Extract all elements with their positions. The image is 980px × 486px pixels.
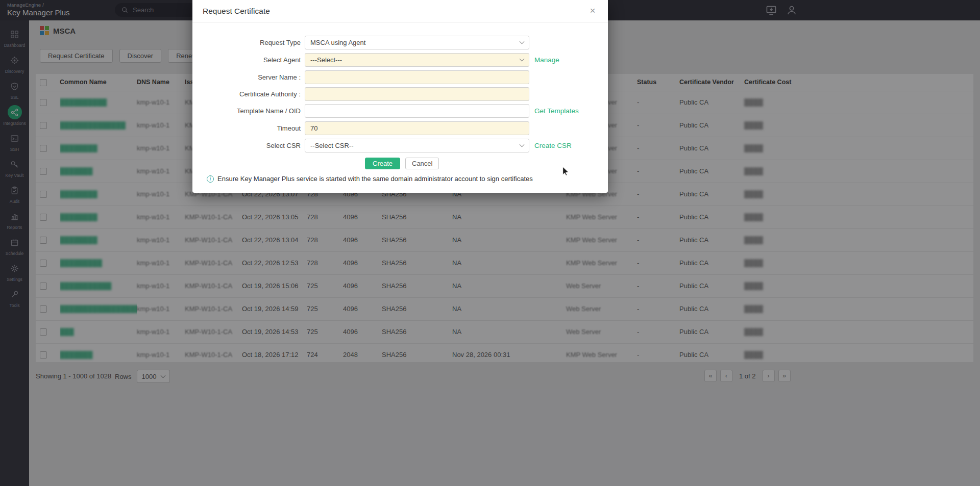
timeout-label: Timeout xyxy=(192,121,301,135)
select-agent-label: Select Agent xyxy=(192,53,301,67)
request-type-row: Request Type MSCA using Agent xyxy=(192,36,608,49)
close-icon[interactable]: × xyxy=(586,5,599,17)
modal-title: Request Certificate xyxy=(203,0,270,22)
request-type-select[interactable]: MSCA using Agent xyxy=(305,36,529,49)
mouse-cursor-icon xyxy=(561,166,570,176)
modal-buttons: Create Cancel xyxy=(192,158,608,169)
note-text: Ensure Key Manager Plus service is start… xyxy=(217,175,533,183)
select-agent-select[interactable]: ---Select--- xyxy=(305,53,529,67)
select-csr-label: Select CSR xyxy=(192,139,301,152)
modal-note: i Ensure Key Manager Plus service is sta… xyxy=(207,175,533,183)
cancel-button[interactable]: Cancel xyxy=(405,158,439,169)
server-name-label: Server Name : xyxy=(192,70,301,84)
chevron-down-icon xyxy=(520,39,525,44)
request-type-value: MSCA using Agent xyxy=(310,39,365,46)
template-name-input[interactable] xyxy=(305,104,529,118)
info-icon: i xyxy=(207,175,214,183)
chevron-down-icon xyxy=(520,142,525,147)
manage-link[interactable]: Manage xyxy=(534,53,559,67)
select-csr-select[interactable]: --Select CSR-- xyxy=(305,139,529,152)
timeout-input[interactable] xyxy=(305,121,529,135)
get-templates-link[interactable]: Get Templates xyxy=(534,104,579,118)
certificate-authority-input[interactable] xyxy=(305,87,529,101)
template-name-row: Template Name / OID Get Templates xyxy=(192,104,608,118)
modal-header: Request Certificate × xyxy=(192,0,608,22)
chevron-down-icon xyxy=(520,57,525,62)
application-window: ManageEngine / Key Manager Plus Search D… xyxy=(0,0,980,486)
create-csr-link[interactable]: Create CSR xyxy=(534,139,572,152)
request-certificate-modal: Request Certificate × Request Type MSCA … xyxy=(192,0,608,193)
template-name-label: Template Name / OID xyxy=(192,104,301,118)
request-type-label: Request Type xyxy=(192,36,301,49)
certificate-authority-label: Certificate Authority : xyxy=(192,87,301,101)
select-agent-value: ---Select--- xyxy=(310,56,342,64)
certificate-authority-row: Certificate Authority : xyxy=(192,87,608,101)
server-name-row: Server Name : xyxy=(192,70,608,84)
select-csr-value: --Select CSR-- xyxy=(310,142,354,149)
server-name-input[interactable] xyxy=(305,70,529,84)
create-button[interactable]: Create xyxy=(365,158,400,169)
timeout-row: Timeout xyxy=(192,121,608,135)
select-agent-row: Select Agent ---Select--- Manage xyxy=(192,53,608,67)
select-csr-row: Select CSR --Select CSR-- Create CSR xyxy=(192,139,608,152)
